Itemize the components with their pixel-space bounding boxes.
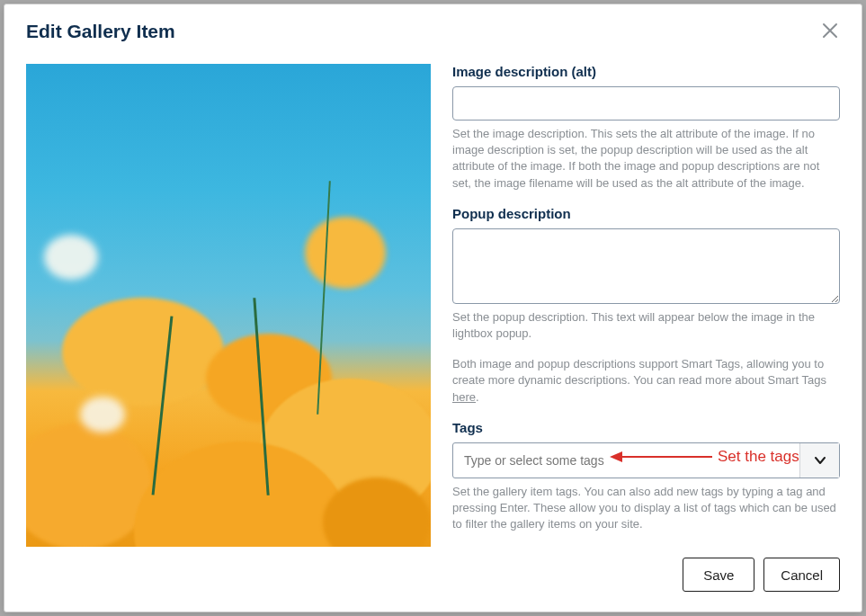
popup-help-text: Set the popup description. This text wil…: [452, 309, 840, 342]
chevron-down-icon: [813, 453, 827, 468]
tags-label: Tags: [452, 420, 840, 435]
tags-help-text: Set the gallery item tags. You can also …: [452, 484, 840, 533]
close-button[interactable]: [820, 21, 840, 40]
gallery-image-preview: [26, 64, 431, 547]
form-column: Image description (alt) Set the image de…: [452, 64, 840, 538]
tags-control: [452, 442, 840, 478]
alt-help-text: Set the image description. This sets the…: [452, 126, 840, 192]
alt-label: Image description (alt): [452, 64, 840, 79]
smart-tags-link[interactable]: here: [452, 390, 476, 404]
popup-textarea[interactable]: [452, 228, 840, 304]
smart-tags-note-before: Both image and popup descriptions suppor…: [452, 357, 826, 387]
modal-title: Edit Gallery Item: [26, 21, 175, 42]
save-button[interactable]: Save: [683, 558, 754, 592]
smart-tags-note-after: .: [476, 390, 479, 404]
image-preview-column: [26, 64, 431, 547]
tags-input[interactable]: [453, 443, 799, 478]
edit-gallery-item-modal: Edit Gallery Item Image descri: [4, 4, 862, 612]
modal-body: Image description (alt) Set the image de…: [4, 42, 862, 547]
modal-header: Edit Gallery Item: [4, 4, 862, 42]
popup-label: Popup description: [452, 206, 840, 221]
modal-footer: Save Cancel: [4, 547, 862, 612]
alt-input[interactable]: [452, 86, 840, 121]
smart-tags-note: Both image and popup descriptions suppor…: [452, 356, 840, 406]
tags-dropdown-toggle[interactable]: [799, 443, 839, 478]
cancel-button[interactable]: Cancel: [763, 558, 840, 592]
close-icon: [822, 22, 838, 39]
